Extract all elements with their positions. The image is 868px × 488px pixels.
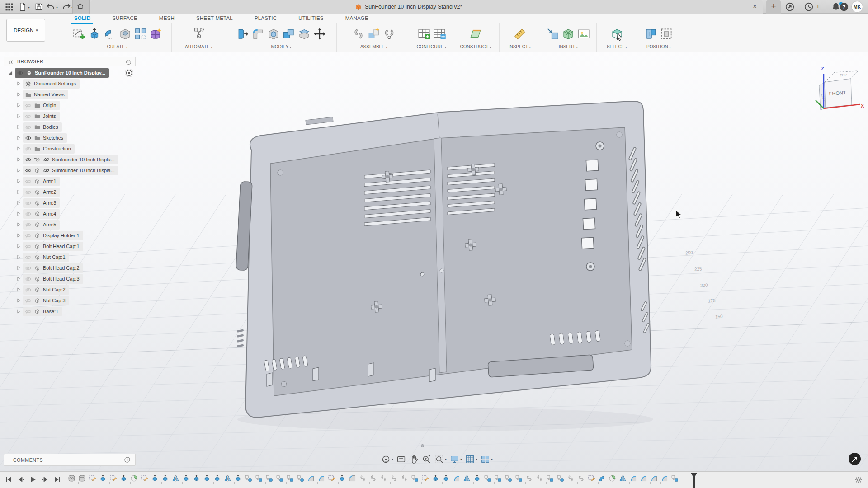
ribbon-tab-mesh[interactable]: MESH (148, 14, 185, 23)
visibility-off-icon[interactable] (25, 211, 32, 217)
timeline-feature-mirror[interactable] (224, 474, 231, 482)
expander-closed-icon[interactable] (15, 265, 22, 271)
timeline-feature-extrude[interactable] (213, 474, 221, 482)
split-body-icon[interactable] (297, 26, 312, 42)
timeline-feature-fillet[interactable] (307, 474, 315, 482)
timeline-feature-mirror[interactable] (619, 474, 627, 482)
browser-row-bolt-head-cap-1[interactable]: Bolt Head Cap:1 (4, 241, 136, 252)
timeline-feature-extrude[interactable] (99, 474, 107, 482)
timeline-feature-fillet[interactable] (660, 474, 668, 482)
timeline-feature-component[interactable] (671, 474, 679, 482)
visibility-off-icon[interactable] (25, 254, 32, 261)
expander-closed-icon[interactable] (15, 178, 22, 184)
visibility-off-icon[interactable] (25, 124, 32, 131)
timeline-feature-fillet[interactable] (317, 474, 325, 482)
expander-closed-icon[interactable] (15, 102, 22, 108)
undo-icon[interactable] (46, 2, 55, 11)
browser-row-arm-3[interactable]: Arm:3 (4, 197, 136, 208)
ribbon-group-label-assemble[interactable]: ASSEMBLE (360, 44, 387, 49)
expander-closed-icon[interactable] (15, 135, 22, 141)
timeline-feature-fillet[interactable] (453, 474, 460, 482)
browser-row-sketches[interactable]: Sketches (4, 132, 136, 143)
timeline-feature-component[interactable] (484, 474, 491, 482)
grid-display-tool[interactable]: ▾ (465, 455, 477, 464)
shell-icon[interactable] (266, 26, 281, 42)
visibility-on-icon[interactable] (25, 135, 32, 141)
expander-closed-icon[interactable] (15, 113, 22, 119)
revert-position-icon[interactable] (659, 26, 674, 42)
browser-header[interactable]: BROWSER (4, 57, 136, 66)
timeline-feature-joint[interactable] (380, 474, 387, 482)
timeline-feature-joint[interactable] (536, 474, 543, 482)
browser-row-construction[interactable]: Construction (4, 143, 136, 154)
minimize-browser-icon[interactable] (126, 59, 132, 65)
ribbon-tab-surface[interactable]: SURFACE (101, 14, 148, 23)
browser-row-arm-1[interactable]: Arm:1 (4, 176, 136, 187)
timeline-feature-component[interactable] (286, 474, 294, 482)
browser-row-sunfounder-10-inch-displa[interactable]: Sunfounder 10 Inch Displa... (4, 165, 136, 176)
browser-row-arm-2[interactable]: Arm:2 (4, 187, 136, 197)
ribbon-group-label-automate[interactable]: AUTOMATE (185, 44, 212, 49)
press-pull-icon[interactable] (235, 26, 250, 42)
timeline-feature-form[interactable] (68, 474, 75, 482)
expander-closed-icon[interactable] (15, 276, 22, 282)
document-tab[interactable]: SunFounder 10 Inch Display Stand v2* × (90, 0, 763, 14)
timeline-feature-extrude[interactable] (161, 474, 169, 482)
browser-row-arm-5[interactable]: Arm:5 (4, 219, 136, 230)
look-at-tool[interactable] (396, 455, 406, 464)
expander-closed-icon[interactable] (15, 308, 22, 314)
zoom-tool[interactable] (422, 455, 431, 464)
ribbon-group-label-modify[interactable]: MODIFY (271, 44, 291, 49)
visibility-off-icon[interactable] (25, 178, 32, 185)
timeline-feature-sketch[interactable] (109, 474, 117, 482)
move-copy-icon[interactable] (312, 26, 327, 42)
timeline-feature-component[interactable] (557, 474, 564, 482)
expander-closed-icon[interactable] (15, 243, 22, 249)
capture-position-icon[interactable] (643, 26, 659, 42)
visibility-off-icon[interactable] (25, 243, 32, 250)
viewports-tool[interactable]: ▾ (481, 455, 493, 464)
close-tab-icon[interactable]: × (751, 3, 759, 10)
browser-row-nut-cap-1[interactable]: Nut Cap:1 (4, 252, 136, 263)
configuration-table-icon[interactable] (432, 26, 447, 42)
user-avatar[interactable]: MK (851, 1, 863, 13)
browser-row-origin[interactable]: Origin (4, 100, 136, 111)
visibility-off-icon[interactable] (25, 297, 32, 304)
insert-mesh-icon[interactable] (561, 26, 576, 42)
timeline-feature-fillet[interactable] (629, 474, 637, 482)
timeline-feature-extrude[interactable] (151, 474, 159, 482)
timeline-feature-joint[interactable] (401, 474, 408, 482)
app-grid-icon[interactable] (5, 2, 14, 11)
expander-closed-icon[interactable] (15, 297, 22, 304)
timeline-feature-joint[interactable] (577, 474, 585, 482)
new-tab-button[interactable]: + (766, 0, 781, 14)
dropdown-caret-icon[interactable]: ▾ (476, 457, 477, 461)
expander-closed-icon[interactable] (15, 232, 22, 239)
joint-icon[interactable] (351, 26, 366, 42)
view-cube[interactable]: FRONT TOP LEFT Z X (811, 64, 864, 119)
browser-row-display-holder-1[interactable]: Display Holder:1 (4, 230, 136, 241)
visibility-on-icon[interactable] (25, 156, 32, 163)
timeline-feature-extrude[interactable] (442, 474, 450, 482)
pattern-icon[interactable] (133, 26, 148, 42)
create-form-icon[interactable] (148, 26, 164, 42)
expander-closed-icon[interactable] (15, 124, 22, 130)
ribbon-group-label-insert[interactable]: INSERT (559, 44, 578, 49)
ribbon-tab-manage[interactable]: MANAGE (335, 14, 379, 23)
timeline-feature-component[interactable] (546, 474, 554, 482)
timeline-feature-joint[interactable] (567, 474, 575, 482)
timeline-feature-sketch[interactable] (141, 474, 148, 482)
job-status-icon[interactable] (804, 2, 814, 12)
visibility-off-icon[interactable] (25, 145, 32, 152)
hole-icon[interactable] (118, 26, 133, 42)
measure-icon[interactable] (512, 26, 528, 42)
expander-closed-icon[interactable] (15, 189, 22, 195)
ribbon-group-label-construct[interactable]: CONSTRUCT (460, 44, 491, 49)
expander-closed-icon[interactable] (15, 167, 22, 174)
browser-row-named-views[interactable]: Named Views (4, 89, 136, 100)
expander-closed-icon[interactable] (15, 286, 22, 293)
timeline-feature-mirror[interactable] (172, 474, 179, 482)
timeline-feature-extrude[interactable] (120, 474, 127, 482)
browser-row-sunfounder-10-inch-display[interactable]: SunFounder 10 Inch Display... (4, 67, 136, 78)
pan-tool[interactable] (409, 455, 419, 464)
